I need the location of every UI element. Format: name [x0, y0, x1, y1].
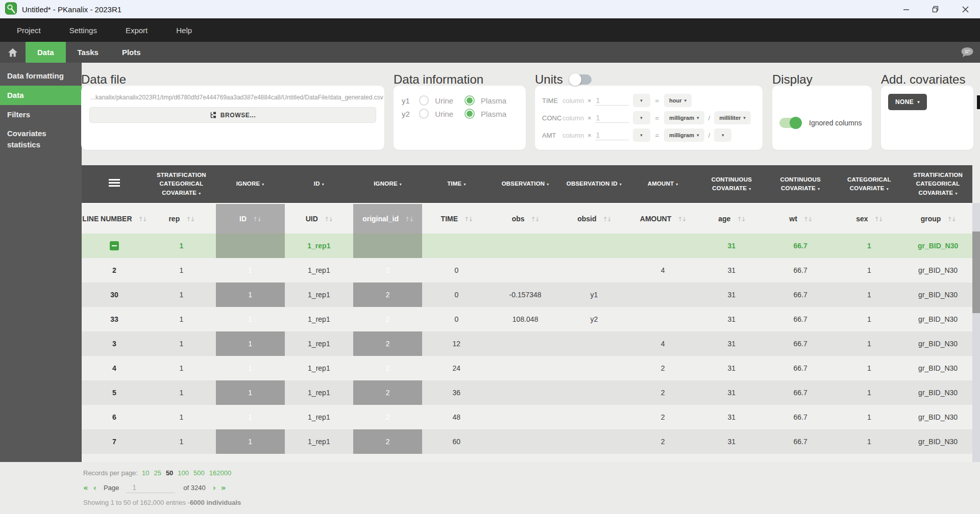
- unit-multiplier-input[interactable]: [595, 130, 629, 140]
- column-type-header[interactable]: CONTINUOUS COVARIATE▾: [697, 165, 766, 203]
- unit-select-button[interactable]: ▾: [714, 128, 731, 142]
- first-page-button[interactable]: «: [83, 483, 88, 493]
- column-header-original_id[interactable]: original_id↑↓: [353, 203, 422, 234]
- sort-arrows-icon[interactable]: ↑↓: [464, 216, 472, 223]
- sort-arrows-icon[interactable]: ↑↓: [186, 216, 194, 223]
- sort-arrows-icon[interactable]: ↑↓: [138, 216, 146, 223]
- table-cell-sex: 1: [835, 356, 904, 380]
- sort-arrows-icon[interactable]: ↑↓: [737, 216, 745, 223]
- records-option-162000[interactable]: 162000: [209, 469, 231, 477]
- add-covariates-none-button[interactable]: NONE ▾: [888, 94, 927, 110]
- column-header-group[interactable]: group↑↓: [903, 203, 972, 234]
- column-header-age[interactable]: age↑↓: [697, 203, 766, 234]
- sidebar-item-filters[interactable]: Filters: [0, 105, 82, 124]
- page-number-input[interactable]: [126, 482, 175, 493]
- vertical-scrollbar[interactable]: [972, 203, 980, 462]
- tab-plots[interactable]: Plots: [110, 42, 153, 63]
- sort-arrows-icon[interactable]: ↑↓: [803, 216, 812, 223]
- column-header-uid[interactable]: UID↑↓: [285, 203, 354, 234]
- unit-column-dropdown-button[interactable]: ▾: [633, 128, 650, 142]
- caret-down-icon: ▾: [547, 182, 549, 187]
- menu-item-settings[interactable]: Settings: [69, 26, 97, 35]
- column-type-header[interactable]: TIME▾: [422, 165, 491, 203]
- sort-arrows-icon[interactable]: ↑↓: [324, 216, 332, 223]
- column-type-header[interactable]: CONTINUOUS COVARIATE▾: [766, 165, 835, 203]
- column-type-header[interactable]: STRATIFICATION CATEGORICAL COVARIATE▾: [903, 165, 972, 203]
- tab-tasks[interactable]: Tasks: [66, 42, 110, 63]
- column-type-header[interactable]: IGNORE▾: [353, 165, 422, 203]
- previous-page-button[interactable]: ‹: [93, 483, 96, 493]
- column-header-line-number[interactable]: LINE NUMBER↑↓: [82, 203, 147, 234]
- table-cell-original_id: 2: [353, 454, 422, 462]
- ignored-columns-toggle[interactable]: [779, 118, 801, 128]
- units-toggle-knob[interactable]: [569, 73, 581, 86]
- browse-button[interactable]: BROWSE...: [89, 107, 376, 123]
- menu-item-project[interactable]: Project: [17, 26, 41, 35]
- table-cell-amount: 2: [628, 380, 697, 405]
- divide-sign: /: [708, 114, 710, 122]
- tab-data[interactable]: Data: [26, 42, 66, 63]
- column-header-label: sex: [856, 215, 868, 223]
- unit-select-button[interactable]: milliliter▾: [714, 111, 751, 124]
- column-type-header[interactable]: OBSERVATION ID▾: [560, 165, 629, 203]
- table-cell-uid: 1_rep1: [285, 258, 354, 282]
- sort-arrows-icon[interactable]: ↑↓: [947, 216, 955, 223]
- radio-urine[interactable]: [419, 95, 429, 106]
- records-option-500[interactable]: 500: [193, 469, 205, 477]
- feedback-button[interactable]: [960, 47, 974, 60]
- unit-multiplier-input[interactable]: [595, 95, 629, 106]
- unit-select-button[interactable]: milligram▾: [664, 128, 704, 142]
- unit-column-dropdown-button[interactable]: ▾: [633, 111, 650, 124]
- column-header-time[interactable]: TIME↑↓: [422, 203, 491, 234]
- sort-arrows-icon[interactable]: ↑↓: [602, 216, 610, 223]
- sort-arrows-icon[interactable]: ↑↓: [405, 216, 413, 223]
- sidebar-item-data[interactable]: Data: [0, 86, 82, 105]
- home-button[interactable]: [0, 42, 26, 63]
- radio-urine[interactable]: [419, 109, 429, 119]
- sidebar-item-covariates-statistics[interactable]: Covariates statistics: [0, 124, 82, 155]
- next-page-button[interactable]: ›: [213, 483, 216, 493]
- unit-multiplier-input[interactable]: [595, 113, 629, 123]
- radio-selected-plasma[interactable]: [464, 95, 475, 106]
- column-header-id[interactable]: ID↑↓: [216, 203, 285, 234]
- records-option-10[interactable]: 10: [142, 469, 149, 477]
- column-type-header[interactable]: AMOUNT▾: [628, 165, 697, 203]
- scrollbar-thumb[interactable]: [972, 232, 980, 313]
- menu-item-export[interactable]: Export: [126, 26, 148, 35]
- table-menu-header[interactable]: [82, 165, 147, 203]
- column-type-header[interactable]: STRATIFICATION CATEGORICAL COVARIATE▾: [147, 165, 216, 203]
- menu-item-help[interactable]: Help: [176, 26, 192, 35]
- table-cell-amount: 2: [628, 405, 697, 429]
- sort-arrows-icon[interactable]: ↑↓: [531, 216, 539, 223]
- ignored-columns-toggle-knob[interactable]: [790, 117, 802, 129]
- unit-column-dropdown-button[interactable]: ▾: [633, 94, 650, 107]
- records-option-100[interactable]: 100: [178, 469, 189, 477]
- close-button[interactable]: [950, 0, 980, 18]
- collapse-row-button[interactable]: [110, 241, 119, 250]
- column-type-header[interactable]: OBSERVATION▾: [491, 165, 560, 203]
- minimize-button[interactable]: [891, 0, 921, 18]
- column-type-header[interactable]: CATEGORICAL COVARIATE▾: [835, 165, 904, 203]
- column-header-rep[interactable]: rep↑↓: [147, 203, 216, 234]
- column-header-sex[interactable]: sex↑↓: [835, 203, 904, 234]
- column-type-header[interactable]: ID▾: [285, 165, 354, 203]
- sort-arrows-icon[interactable]: ↑↓: [253, 216, 261, 223]
- column-type-header[interactable]: IGNORE▾: [216, 165, 285, 203]
- sort-arrows-icon[interactable]: ↑↓: [874, 216, 883, 223]
- records-option-50[interactable]: 50: [166, 469, 173, 477]
- table-cell-line-number: 2: [82, 258, 147, 282]
- hamburger-icon[interactable]: [109, 179, 120, 187]
- sort-arrows-icon[interactable]: ↑↓: [677, 216, 685, 223]
- sidebar-item-data-formatting[interactable]: Data formatting: [0, 66, 82, 86]
- unit-select-button[interactable]: milligram▾: [664, 111, 704, 124]
- column-header-obsid[interactable]: obsid↑↓: [560, 203, 629, 234]
- restore-button[interactable]: [921, 0, 950, 18]
- last-page-button[interactable]: »: [221, 483, 226, 493]
- radio-selected-plasma[interactable]: [464, 109, 475, 119]
- records-option-25[interactable]: 25: [154, 469, 161, 477]
- unit-select-button[interactable]: hour▾: [664, 94, 692, 107]
- column-header-wt[interactable]: wt↑↓: [766, 203, 835, 234]
- units-toggle[interactable]: [570, 74, 592, 85]
- column-header-amount[interactable]: AMOUNT↑↓: [628, 203, 697, 234]
- column-header-obs[interactable]: obs↑↓: [491, 203, 560, 234]
